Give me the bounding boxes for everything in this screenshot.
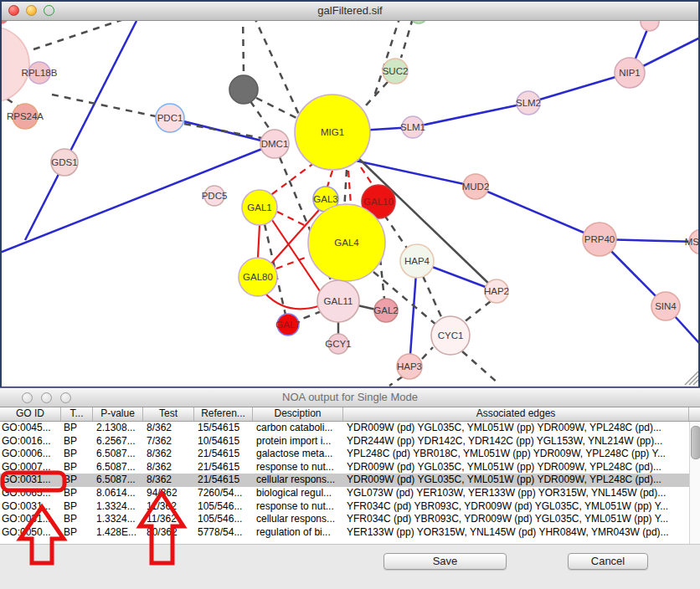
table-row[interactable]: GO:0031...BP1.3324...11/362105/546...res…: [0, 500, 700, 514]
table-row[interactable]: GO:0050...BP1.428E...80/3625778/54...reg…: [0, 526, 700, 540]
column-header-associated-edges[interactable]: Associated edges: [343, 407, 689, 421]
graph-node[interactable]: [229, 75, 258, 104]
table-cell[interactable]: BP: [61, 448, 93, 461]
table-cell[interactable]: YGL073W (pd) YER103W, YER133W (pp) YOR31…: [343, 487, 700, 500]
table-cell[interactable]: 5778/54...: [194, 526, 253, 540]
column-header-pvalue[interactable]: P-value: [93, 407, 143, 421]
table-cell[interactable]: GO:0031...: [0, 474, 61, 487]
table-cell[interactable]: BP: [61, 422, 93, 435]
table-cell[interactable]: BP: [61, 474, 93, 487]
table-cell[interactable]: YFR034C (pd) YBR093C, YDR009W (pd) YGL03…: [343, 500, 700, 514]
table-cell[interactable]: GO:0045...: [0, 422, 61, 435]
scrollbar-thumb[interactable]: [691, 426, 700, 459]
graph-edge: [380, 259, 384, 299]
graph-node-label: GAL1: [247, 202, 271, 213]
table-cell[interactable]: YDR009W (pd) YGL035C, YML051W (pp) YDR00…: [343, 474, 700, 487]
table-cell[interactable]: YFR034C (pd) YBR093C, YDR009W (pd) YGL03…: [343, 513, 700, 526]
table-cell[interactable]: 1.428E...: [93, 526, 143, 540]
graph-edge: [462, 351, 499, 384]
table-cell[interactable]: biological regul...: [253, 487, 343, 500]
table-cell[interactable]: response to nut...: [253, 500, 343, 514]
graph-edge: [269, 162, 315, 197]
table-cell[interactable]: 21/54615: [194, 461, 253, 474]
table-cell[interactable]: 94/362: [143, 487, 194, 500]
table-cell[interactable]: BP: [61, 526, 93, 540]
resize-grip-icon[interactable]: [689, 376, 698, 385]
graph-node[interactable]: [641, 21, 659, 31]
table-cell[interactable]: 80/362: [143, 526, 194, 540]
table-cell[interactable]: 8/362: [143, 461, 194, 474]
table-row[interactable]: GO:0016...BP6.2567...7/36210/54615protei…: [0, 435, 700, 448]
table-cell[interactable]: 1.3324...: [93, 500, 143, 514]
table-cell[interactable]: 1.3324...: [93, 513, 143, 526]
table-cell[interactable]: 6.5087...: [93, 448, 143, 461]
table-cell[interactable]: GO:0016...: [0, 435, 61, 448]
graph-edge: [389, 376, 403, 386]
table-cell[interactable]: 6.5087...: [93, 474, 143, 487]
table-cell[interactable]: 11/362: [143, 500, 194, 514]
table-cell[interactable]: 11/362: [143, 513, 194, 526]
network-canvas[interactable]: RPL18BRPS24AGDS1PDC1MIG1SUC2SLM1SLM2NIP1…: [2, 21, 698, 387]
table-cell[interactable]: 8/362: [143, 448, 194, 461]
table-cell[interactable]: cellular respons...: [253, 513, 343, 526]
graph-node-label: HAP2: [484, 286, 509, 296]
graph-node[interactable]: [410, 21, 427, 23]
table-cell[interactable]: BP: [61, 461, 93, 474]
table-cell[interactable]: GO:0031...: [0, 513, 61, 526]
save-button[interactable]: Save: [383, 553, 507, 570]
table-cell[interactable]: 6.2567...: [93, 435, 143, 448]
table-cell[interactable]: 21/54615: [194, 448, 253, 461]
table-cell[interactable]: 6.5087...: [93, 461, 143, 474]
column-header-description[interactable]: Desciption: [253, 407, 343, 421]
table-cell[interactable]: 105/546...: [194, 500, 253, 514]
column-header-reference[interactable]: Referen...: [194, 407, 253, 421]
table-cell[interactable]: YDR244W (pp) YDR142C, YDR142C (pp) YGL15…: [343, 435, 700, 448]
table-cell[interactable]: 7260/54...: [194, 487, 253, 500]
column-header-test[interactable]: Test: [143, 407, 194, 421]
table-cell[interactable]: 7/362: [143, 435, 194, 448]
table-cell[interactable]: 21/54615: [194, 474, 253, 487]
table-row[interactable]: GO:0006...BP6.5087...8/36221/54615galact…: [0, 448, 700, 461]
table-cell[interactable]: 105/546...: [194, 513, 253, 526]
table-cell[interactable]: BP: [61, 487, 93, 500]
column-header-type[interactable]: T...: [61, 407, 93, 421]
table-row[interactable]: GO:0045...BP2.1308...8/36215/54615carbon…: [0, 422, 700, 435]
table-cell[interactable]: 10/54615: [194, 435, 253, 448]
graph-edge: [413, 103, 528, 127]
table-cell[interactable]: regulation of bi...: [253, 526, 343, 540]
table-cell[interactable]: galactose meta...: [253, 448, 343, 461]
graph-node[interactable]: [2, 27, 29, 102]
table-cell[interactable]: 8/362: [143, 422, 194, 435]
column-header-go-id[interactable]: GO ID: [0, 407, 61, 421]
table-cell[interactable]: 15/54615: [194, 422, 253, 435]
table-cell[interactable]: GO:0006...: [0, 448, 61, 461]
graph-node[interactable]: [2, 21, 8, 23]
table-cell[interactable]: YDR009W (pd) YGL035C, YML051W (pp) YDR00…: [343, 422, 700, 435]
table-cell[interactable]: GO:0050...: [0, 526, 61, 540]
table-cell[interactable]: YER133W (pp) YOR315W, YNL145W (pd) YHR08…: [343, 526, 700, 540]
table-cell[interactable]: 8/362: [143, 474, 194, 487]
table-cell[interactable]: BP: [61, 435, 93, 448]
table-cell[interactable]: protein import i...: [253, 435, 343, 448]
table-cell[interactable]: GO:0007...: [0, 461, 61, 474]
table-cell[interactable]: 2.1308...: [93, 422, 143, 435]
table-cell[interactable]: carbon cataboli...: [253, 422, 343, 435]
table-row[interactable]: GO:0007...BP6.5087...8/36221/54615respon…: [0, 461, 700, 474]
table-row[interactable]: GO:0031...BP6.5087...8/36221/54615cellul…: [0, 474, 700, 487]
table-cell[interactable]: response to nut...: [253, 461, 343, 474]
table-cell[interactable]: GO:0031...: [0, 500, 61, 514]
network-titlebar[interactable]: galFiltered.sif: [2, 2, 698, 21]
graph-node-label: HAP4: [404, 256, 430, 266]
table-row[interactable]: GO:0065...BP8.0614...94/3627260/54...bio…: [0, 487, 700, 500]
table-cell[interactable]: BP: [61, 513, 93, 526]
vertical-scrollbar[interactable]: [689, 422, 700, 545]
table-cell[interactable]: 8.0614...: [93, 487, 143, 500]
table-cell[interactable]: YPL248C (pd) YBR018C, YML051W (pp) YDR00…: [343, 448, 700, 461]
table-cell[interactable]: GO:0065...: [0, 487, 61, 500]
table-cell[interactable]: BP: [61, 500, 93, 514]
table-cell[interactable]: cellular respons...: [253, 474, 343, 487]
cancel-button[interactable]: Cancel: [568, 553, 648, 570]
table-cell[interactable]: YDR009W (pd) YGL035C, YML051W (pp) YDR00…: [343, 461, 700, 474]
table-row[interactable]: GO:0031...BP1.3324...11/362105/546...cel…: [0, 513, 700, 526]
noa-titlebar[interactable]: NOA output for Single Mode: [0, 388, 700, 407]
